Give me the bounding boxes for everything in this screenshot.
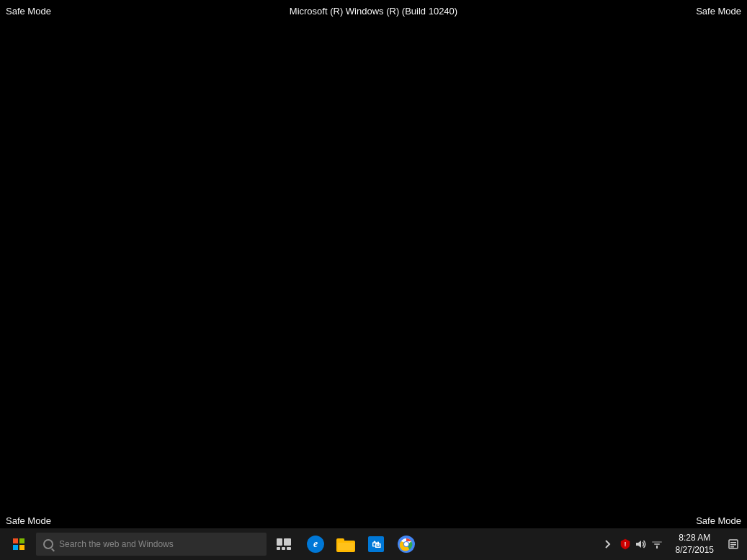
chrome-icon <box>398 536 415 553</box>
safe-mode-bottom-left: Safe Mode <box>6 515 51 526</box>
svg-rect-0 <box>277 538 282 546</box>
system-tray: ! 8:2 <box>602 528 744 560</box>
security-tray-icon[interactable]: ! <box>619 538 631 550</box>
taskbar: Search the web and Windows e <box>0 528 747 560</box>
action-center-icon <box>728 539 738 549</box>
windows-build-title: Microsoft (R) Windows (R) (Build 10240) <box>290 6 457 17</box>
task-view-icon <box>277 538 291 550</box>
svg-rect-2 <box>277 547 280 550</box>
action-center-button[interactable] <box>723 528 744 560</box>
windows-logo-icon <box>13 538 24 550</box>
start-button[interactable] <box>3 528 35 560</box>
tray-icons-area: ! <box>615 538 667 550</box>
svg-rect-6 <box>336 538 344 543</box>
volume-tray-icon[interactable] <box>635 538 647 550</box>
svg-rect-21 <box>730 544 736 546</box>
win-logo-blue <box>13 545 18 550</box>
search-box[interactable]: Search the web and Windows <box>36 533 267 556</box>
svg-rect-7 <box>338 543 354 550</box>
file-explorer-taskbar-button[interactable] <box>331 528 360 560</box>
svg-text:!: ! <box>624 541 626 548</box>
clock-time: 8:28 AM <box>679 532 710 544</box>
svg-rect-1 <box>284 538 291 546</box>
svg-rect-4 <box>287 547 291 550</box>
safe-mode-top-right: Safe Mode <box>696 6 741 17</box>
svg-rect-16 <box>656 546 658 548</box>
edge-icon: e <box>307 536 324 553</box>
svg-rect-3 <box>282 547 285 550</box>
svg-rect-20 <box>730 542 736 543</box>
svg-text:🛍: 🛍 <box>372 539 381 550</box>
search-icon <box>43 539 53 549</box>
edge-taskbar-button[interactable]: e <box>301 528 330 560</box>
show-hidden-icons-button[interactable] <box>602 539 612 549</box>
win-logo-green <box>19 538 24 543</box>
task-view-button[interactable] <box>268 528 300 560</box>
safe-mode-bottom-right: Safe Mode <box>696 515 741 526</box>
store-icon: 🛍 <box>368 536 384 552</box>
chrome-taskbar-button[interactable] <box>392 528 421 560</box>
clock-date: 8/27/2015 <box>676 544 714 556</box>
clock-area[interactable]: 8:28 AM 8/27/2015 <box>670 528 720 560</box>
svg-rect-18 <box>652 541 662 543</box>
svg-marker-15 <box>636 541 641 548</box>
search-placeholder-text: Search the web and Windows <box>59 539 174 549</box>
win-logo-red <box>13 538 18 543</box>
svg-point-13 <box>404 542 408 546</box>
store-taskbar-button[interactable]: 🛍 <box>362 528 390 560</box>
safe-mode-top-left: Safe Mode <box>6 6 51 17</box>
svg-rect-22 <box>730 546 734 548</box>
svg-rect-17 <box>654 543 660 545</box>
file-explorer-icon <box>336 536 355 552</box>
network-tray-icon[interactable] <box>651 538 663 550</box>
win-logo-yellow <box>19 545 24 550</box>
